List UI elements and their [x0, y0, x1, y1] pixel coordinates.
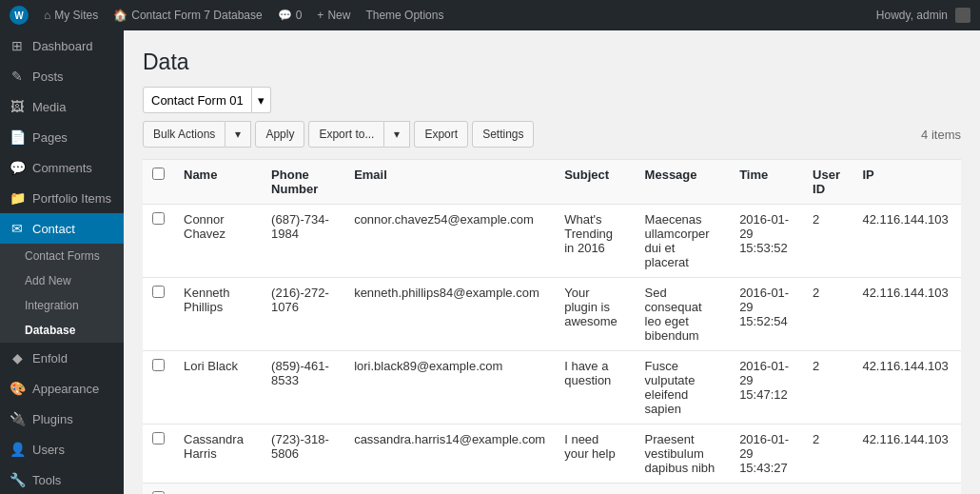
- sidebar-item-contact[interactable]: ✉ Contact: [0, 213, 124, 244]
- cell-ip: 42.116.144.103: [853, 351, 961, 425]
- cell-email: kenneth.phillips84@example.com: [344, 278, 555, 351]
- bulk-actions-arrow[interactable]: ▾: [225, 121, 251, 148]
- sidebar-item-users[interactable]: 👤 Users: [0, 434, 124, 464]
- bulk-actions-button[interactable]: Bulk Actions: [143, 121, 225, 148]
- cell-phone: (859)-461-8533: [262, 351, 344, 425]
- data-table: Name Phone Number Email Subject Message …: [143, 159, 961, 494]
- main-layout: ⊞ Dashboard ✎ Posts 🖼 Media 📄 Pages 💬 Co…: [0, 30, 980, 494]
- sidebar: ⊞ Dashboard ✎ Posts 🖼 Media 📄 Pages 💬 Co…: [0, 30, 124, 494]
- table-body: Connor Chavez (687)-734-1984 connor.chav…: [143, 205, 961, 484]
- sidebar-item-dashboard[interactable]: ⊞ Dashboard: [0, 30, 124, 61]
- appearance-icon: 🎨: [10, 381, 25, 396]
- form-select-button[interactable]: Contact Form 01: [143, 87, 252, 113]
- comments-icon: 💬: [278, 9, 292, 22]
- admin-bar-theme-options[interactable]: Theme Options: [365, 9, 443, 22]
- cell-subject: I have a question: [555, 351, 635, 425]
- cell-message: Praesent vestibulum dapibus nibh: [636, 425, 731, 484]
- cell-ip: 42.116.144.103: [853, 425, 961, 484]
- dashboard-icon: ⊞: [10, 38, 25, 53]
- page-title: Data: [143, 49, 961, 75]
- pages-icon: 📄: [10, 129, 25, 145]
- settings-button[interactable]: Settings: [472, 121, 534, 148]
- cell-phone: (723)-318-5806: [262, 425, 344, 484]
- footer-email: Email: [344, 484, 555, 495]
- footer-name: Name: [174, 484, 262, 495]
- sidebar-item-integration[interactable]: Integration: [0, 293, 124, 318]
- table-header-row: Name Phone Number Email Subject Message …: [143, 160, 961, 205]
- admin-bar-site[interactable]: 🏠 Contact Form 7 Database: [113, 9, 262, 22]
- admin-bar-mysites[interactable]: ⌂ My Sites: [44, 9, 98, 22]
- cell-phone: (687)-734-1984: [262, 205, 344, 278]
- cell-time: 2016-01-29 15:52:54: [730, 278, 803, 351]
- sidebar-item-enfold[interactable]: ◆ Enfold: [0, 343, 124, 373]
- mysites-icon: ⌂: [44, 9, 50, 22]
- export-button[interactable]: Export: [414, 121, 468, 148]
- top-toolbar: Bulk Actions ▾ Apply Export to... ▾ Expo…: [143, 121, 961, 148]
- table-row: Cassandra Harris (723)-318-5806 cassandr…: [143, 425, 961, 484]
- sidebar-item-database[interactable]: Database: [0, 318, 124, 343]
- header-time: Time: [730, 160, 803, 205]
- cell-name: Lori Black: [174, 351, 262, 425]
- sidebar-item-tools[interactable]: 🔧 Tools: [0, 464, 124, 494]
- cell-name: Cassandra Harris: [174, 425, 262, 484]
- site-icon: 🏠: [113, 9, 127, 22]
- row-checkbox-3[interactable]: [152, 432, 165, 445]
- cell-subject: Your plugin is awesome: [555, 278, 635, 351]
- cell-ip: 42.116.144.103: [853, 278, 961, 351]
- avatar[interactable]: [955, 8, 970, 23]
- form-select-arrow[interactable]: ▾: [252, 87, 271, 113]
- form-selector-wrap: Contact Form 01 ▾: [143, 87, 961, 113]
- row-checkbox-cell: [143, 425, 174, 484]
- items-count-top: 4 items: [921, 128, 961, 142]
- row-checkbox-2[interactable]: [152, 359, 165, 371]
- footer-checkbox-cell: [143, 484, 174, 495]
- select-all-checkbox[interactable]: [152, 168, 165, 180]
- row-checkbox-cell: [143, 351, 174, 425]
- cell-userid: 2: [803, 205, 853, 278]
- table-row: Lori Black (859)-461-8533 lori.black89@e…: [143, 351, 961, 425]
- chevron-down-icon: ▾: [258, 93, 265, 108]
- admin-bar-right: Howdy, admin: [876, 8, 970, 23]
- sidebar-item-comments[interactable]: 💬 Comments: [0, 152, 124, 183]
- header-email: Email: [344, 160, 555, 205]
- row-checkbox-1[interactable]: [152, 286, 165, 298]
- cell-userid: 2: [803, 351, 853, 425]
- sidebar-item-contact-forms[interactable]: Contact Forms: [0, 244, 124, 268]
- howdy-text: Howdy, admin: [876, 9, 948, 22]
- apply-button-top[interactable]: Apply: [255, 121, 304, 148]
- header-name: Name: [174, 160, 262, 205]
- sidebar-item-appearance[interactable]: 🎨 Appearance: [0, 373, 124, 404]
- tools-icon: 🔧: [10, 472, 25, 487]
- header-ip: IP: [853, 160, 961, 205]
- cell-time: 2016-01-29 15:43:27: [730, 425, 803, 484]
- contact-submenu: Contact Forms Add New Integration Databa…: [0, 244, 124, 343]
- media-icon: 🖼: [10, 99, 25, 114]
- footer-subject: Subject: [555, 484, 635, 495]
- table-row: Connor Chavez (687)-734-1984 connor.chav…: [143, 205, 961, 278]
- table-row: Kenneth Phillips (216)-272-1076 kenneth.…: [143, 278, 961, 351]
- sidebar-item-media[interactable]: 🖼 Media: [0, 91, 124, 122]
- cell-message: Fusce vulputate eleifend sapien: [636, 351, 731, 425]
- cell-time: 2016-01-29 15:53:52: [730, 205, 803, 278]
- row-checkbox-cell: [143, 278, 174, 351]
- new-icon: +: [317, 9, 323, 22]
- header-userid: User ID: [803, 160, 853, 205]
- cell-email: lori.black89@example.com: [344, 351, 555, 425]
- content-area: Data Contact Form 01 ▾ Bulk Actions ▾ Ap…: [124, 30, 980, 494]
- sidebar-item-plugins[interactable]: 🔌 Plugins: [0, 404, 124, 434]
- footer-userid: User ID: [803, 484, 853, 495]
- cell-phone: (216)-272-1076: [262, 278, 344, 351]
- admin-bar-new[interactable]: + New: [317, 9, 350, 22]
- wp-logo[interactable]: W: [10, 6, 29, 25]
- sidebar-item-portfolio[interactable]: 📁 Portfolio Items: [0, 183, 124, 213]
- sidebar-item-posts[interactable]: ✎ Posts: [0, 61, 124, 91]
- sidebar-item-pages[interactable]: 📄 Pages: [0, 122, 124, 152]
- export-to-arrow[interactable]: ▾: [384, 121, 410, 148]
- footer-phone: Phone Number: [262, 484, 344, 495]
- row-checkbox-0[interactable]: [152, 212, 165, 225]
- admin-bar-comments[interactable]: 💬 0: [278, 9, 303, 22]
- header-checkbox-cell: [143, 160, 174, 205]
- export-to-button[interactable]: Export to...: [308, 121, 384, 148]
- plugins-icon: 🔌: [10, 411, 25, 426]
- sidebar-item-add-new[interactable]: Add New: [0, 268, 124, 293]
